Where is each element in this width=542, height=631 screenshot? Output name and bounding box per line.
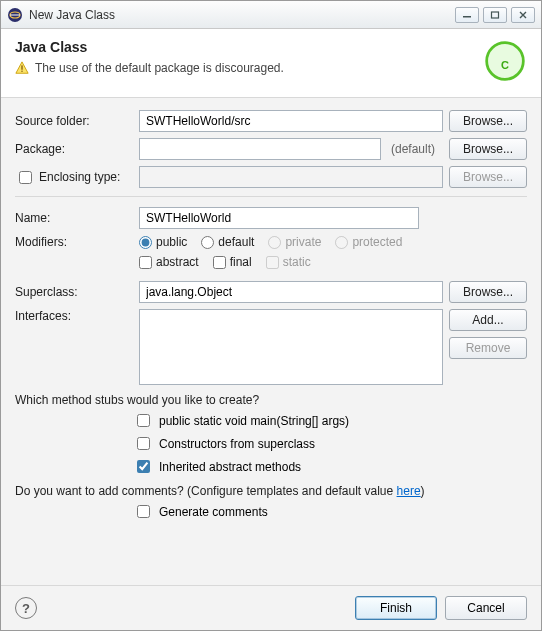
svg-text:C: C [501, 59, 509, 71]
row-source-folder: Source folder: Browse... [15, 110, 527, 132]
name-input[interactable] [139, 207, 419, 229]
banner: Java Class The use of the default packag… [1, 29, 541, 98]
radio-protected [335, 236, 348, 249]
maximize-button[interactable] [483, 7, 507, 23]
radio-protected-label: protected [335, 235, 402, 249]
browse-enclosing-type-button: Browse... [449, 166, 527, 188]
row-modifiers-access: Modifiers: public default private protec… [15, 235, 527, 249]
package-input[interactable] [139, 138, 381, 160]
radio-default-label[interactable]: default [201, 235, 254, 249]
package-default-text: (default) [391, 142, 443, 156]
radio-public[interactable] [139, 236, 152, 249]
help-button[interactable]: ? [15, 597, 37, 619]
cancel-button[interactable]: Cancel [445, 596, 527, 620]
stubs-question: Which method stubs would you like to cre… [15, 393, 527, 407]
finish-button[interactable]: Finish [355, 596, 437, 620]
generate-comments-checkbox[interactable] [137, 505, 150, 518]
stub-main-label[interactable]: public static void main(String[] args) [133, 411, 527, 430]
svg-rect-5 [21, 71, 22, 72]
radio-public-label[interactable]: public [139, 235, 187, 249]
svg-rect-3 [492, 12, 499, 18]
close-button[interactable] [511, 7, 535, 23]
radio-default[interactable] [201, 236, 214, 249]
browse-source-folder-button[interactable]: Browse... [449, 110, 527, 132]
label-source-folder: Source folder: [15, 114, 133, 128]
stub-main-checkbox[interactable] [137, 414, 150, 427]
check-final[interactable] [213, 256, 226, 269]
label-interfaces: Interfaces: [15, 309, 133, 323]
row-modifiers-flags: abstract final static [15, 255, 527, 269]
separator-1 [15, 196, 527, 197]
source-folder-input[interactable] [139, 110, 443, 132]
row-package: Package: (default) Browse... [15, 138, 527, 160]
radio-private-label: private [268, 235, 321, 249]
eclipse-icon [7, 7, 23, 23]
add-interface-button[interactable]: Add... [449, 309, 527, 331]
dialog-window: New Java Class Java Class The use of the… [0, 0, 542, 631]
interfaces-listbox[interactable] [139, 309, 443, 385]
stub-constructors-label[interactable]: Constructors from superclass [133, 434, 527, 453]
label-superclass: Superclass: [15, 285, 133, 299]
stub-inherited-label[interactable]: Inherited abstract methods [133, 457, 527, 476]
stub-inherited-checkbox[interactable] [137, 460, 150, 473]
class-icon: C [483, 39, 527, 83]
label-name: Name: [15, 211, 133, 225]
row-superclass: Superclass: Browse... [15, 281, 527, 303]
radio-private [268, 236, 281, 249]
label-package: Package: [15, 142, 133, 156]
check-static [266, 256, 279, 269]
generate-comments-label[interactable]: Generate comments [133, 502, 527, 521]
stub-constructors-checkbox[interactable] [137, 437, 150, 450]
configure-templates-link[interactable]: here [397, 484, 421, 498]
label-enclosing-type: Enclosing type: [39, 170, 120, 184]
banner-heading: Java Class [15, 39, 475, 55]
comments-options: Generate comments [133, 502, 527, 521]
minimize-button[interactable] [455, 7, 479, 23]
comments-question: Do you want to add comments? (Configure … [15, 484, 527, 498]
svg-rect-4 [21, 65, 22, 69]
banner-warning-text: The use of the default package is discou… [35, 61, 284, 75]
superclass-input[interactable] [139, 281, 443, 303]
window-title: New Java Class [29, 8, 455, 22]
enclosing-type-checkbox[interactable] [19, 171, 32, 184]
bottom-bar: ? Finish Cancel [1, 585, 541, 630]
browse-package-button[interactable]: Browse... [449, 138, 527, 160]
enclosing-type-input [139, 166, 443, 188]
remove-interface-button: Remove [449, 337, 527, 359]
check-abstract[interactable] [139, 256, 152, 269]
row-name: Name: [15, 207, 527, 229]
svg-rect-2 [463, 16, 471, 18]
stubs-options: public static void main(String[] args) C… [133, 411, 527, 476]
title-bar: New Java Class [1, 1, 541, 29]
browse-superclass-button[interactable]: Browse... [449, 281, 527, 303]
check-static-label: static [266, 255, 311, 269]
check-final-label[interactable]: final [213, 255, 252, 269]
row-interfaces: Interfaces: Add... Remove [15, 309, 527, 385]
window-buttons [455, 7, 535, 23]
warning-icon [15, 61, 29, 75]
row-enclosing-type: Enclosing type: Browse... [15, 166, 527, 188]
label-modifiers: Modifiers: [15, 235, 133, 249]
check-abstract-label[interactable]: abstract [139, 255, 199, 269]
content-area: Source folder: Browse... Package: (defau… [1, 98, 541, 585]
